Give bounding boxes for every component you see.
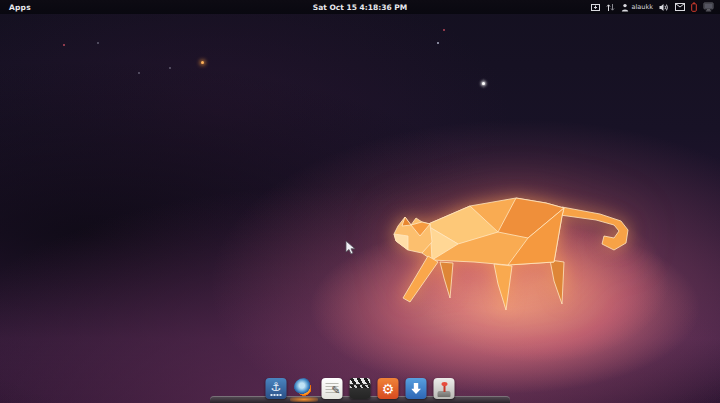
clapperboard-stripes: [350, 378, 371, 384]
star: [138, 72, 140, 74]
desktop: Apps Sat Oct 15 4:18:36 PM alaukk: [0, 0, 720, 403]
display-icon[interactable]: [703, 2, 714, 12]
volume-icon[interactable]: [659, 3, 669, 12]
clapperboard-stripes-2: [350, 385, 371, 388]
star: [169, 67, 171, 69]
down-arrow-glyph: [411, 383, 421, 394]
software-update-icon[interactable]: [591, 3, 600, 12]
username-label[interactable]: alaukk: [632, 3, 653, 11]
top-panel: Apps Sat Oct 15 4:18:36 PM alaukk: [0, 0, 720, 14]
lever-base: [438, 391, 451, 397]
star: [63, 44, 65, 46]
star: [201, 61, 204, 64]
pencil-glyph: ✎: [331, 384, 340, 397]
downloader-icon[interactable]: [406, 378, 427, 399]
transmission-icon[interactable]: [434, 378, 455, 399]
user-icon[interactable]: [621, 3, 629, 12]
star: [482, 82, 485, 85]
star: [97, 42, 99, 44]
software-settings-icon[interactable]: ⚙: [378, 378, 399, 399]
system-tray: alaukk: [591, 2, 720, 12]
star: [443, 29, 445, 31]
messages-icon[interactable]: [675, 3, 685, 11]
origami-tiger: [378, 186, 640, 326]
anchor-glyph: ⚓: [271, 382, 282, 393]
text-editor-icon[interactable]: ✎: [322, 378, 343, 399]
lever-knob: [441, 382, 447, 386]
docky-anchor-icon[interactable]: ⚓: [266, 378, 287, 399]
dock: ⚓ ✎ ⚙: [266, 378, 455, 399]
media-player-icon[interactable]: [350, 378, 371, 399]
network-arrows-icon[interactable]: [606, 3, 615, 12]
battery-icon[interactable]: [691, 2, 697, 12]
dock-dots: [271, 394, 282, 396]
lever-stick: [443, 385, 445, 392]
firefox-icon[interactable]: [294, 378, 315, 399]
star: [437, 42, 439, 44]
mouse-cursor: [345, 240, 357, 256]
